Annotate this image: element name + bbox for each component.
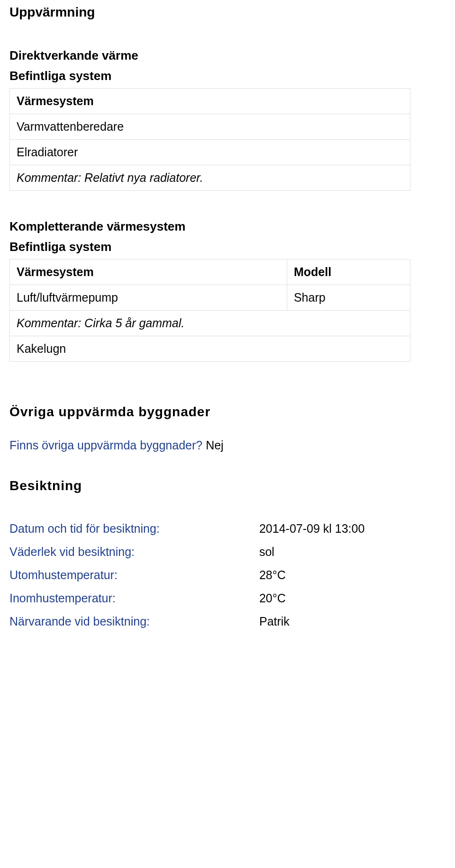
model-cell: Sharp xyxy=(287,285,410,311)
question-label: Finns övriga uppvärmda byggnader? xyxy=(9,438,202,452)
model-header: Modell xyxy=(287,260,410,285)
inspection-item: Datum och tid för besiktning: 2014-07-09… xyxy=(9,522,446,536)
direct-heating-title: Direktverkande värme xyxy=(9,48,446,63)
inspection-value: sol xyxy=(259,545,274,558)
heating-title: Uppvärmning xyxy=(9,5,446,20)
inspection-label: Datum och tid för besiktning: xyxy=(9,522,256,536)
inspection-item: Utomhustemperatur: 28°C xyxy=(9,568,446,582)
supplementary-heating-block: Kompletterande värmesystem Befintliga sy… xyxy=(9,219,446,362)
comment-cell: Kommentar: Relativt nya radiatorer. xyxy=(10,165,410,191)
question-answer: Nej xyxy=(206,438,224,452)
table-row: Varmvattenberedare xyxy=(10,114,410,140)
inspection-label: Utomhustemperatur: xyxy=(9,568,256,582)
table-row: Kommentar: Relativt nya radiatorer. xyxy=(10,165,410,191)
inspection-value: 28°C xyxy=(259,568,286,582)
direct-heating-subtitle: Befintliga system xyxy=(9,69,446,83)
inspection-label: Närvarande vid besiktning: xyxy=(9,615,256,628)
other-buildings-section: Övriga uppvärmda byggnader Finns övriga … xyxy=(9,404,446,452)
heating-section: Uppvärmning Direktverkande värme Befintl… xyxy=(9,5,446,362)
inspection-value: 20°C xyxy=(259,591,286,605)
system-cell: Varmvattenberedare xyxy=(10,114,410,140)
direct-heating-table: Värmesystem Varmvattenberedare Elradiato… xyxy=(9,88,410,191)
system-cell: Kakelugn xyxy=(10,336,410,362)
table-header-row: Värmesystem Modell xyxy=(10,260,410,285)
direct-heating-block: Direktverkande värme Befintliga system V… xyxy=(9,48,446,191)
inspection-value: 2014-07-09 kl 13:00 xyxy=(259,522,364,535)
table-row: Elradiatorer xyxy=(10,140,410,165)
table-row: Kommentar: Cirka 5 år gammal. xyxy=(10,311,410,336)
inspection-label: Inomhustemperatur: xyxy=(9,591,256,605)
comment-cell: Kommentar: Cirka 5 år gammal. xyxy=(10,311,410,336)
inspection-section: Besiktning Datum och tid för besiktning:… xyxy=(9,478,446,628)
inspection-item: Inomhustemperatur: 20°C xyxy=(9,591,446,605)
supplementary-heating-title: Kompletterande värmesystem xyxy=(9,219,446,234)
other-buildings-title: Övriga uppvärmda byggnader xyxy=(9,404,446,420)
inspection-value: Patrik xyxy=(259,615,290,628)
system-header: Värmesystem xyxy=(10,89,410,114)
table-row: Luft/luftvärmepump Sharp xyxy=(10,285,410,311)
system-cell: Elradiatorer xyxy=(10,140,410,165)
system-header: Värmesystem xyxy=(10,260,287,285)
supplementary-heating-subtitle: Befintliga system xyxy=(9,240,446,254)
table-header-row: Värmesystem xyxy=(10,89,410,114)
inspection-label: Väderlek vid besiktning: xyxy=(9,545,256,559)
other-buildings-question-row: Finns övriga uppvärmda byggnader? Nej xyxy=(9,438,446,452)
inspection-item: Väderlek vid besiktning: sol xyxy=(9,545,446,559)
supplementary-heating-table: Värmesystem Modell Luft/luftvärmepump Sh… xyxy=(9,259,410,362)
inspection-item: Närvarande vid besiktning: Patrik xyxy=(9,615,446,628)
table-row: Kakelugn xyxy=(10,336,410,362)
inspection-title: Besiktning xyxy=(9,478,446,493)
system-cell: Luft/luftvärmepump xyxy=(10,285,287,311)
